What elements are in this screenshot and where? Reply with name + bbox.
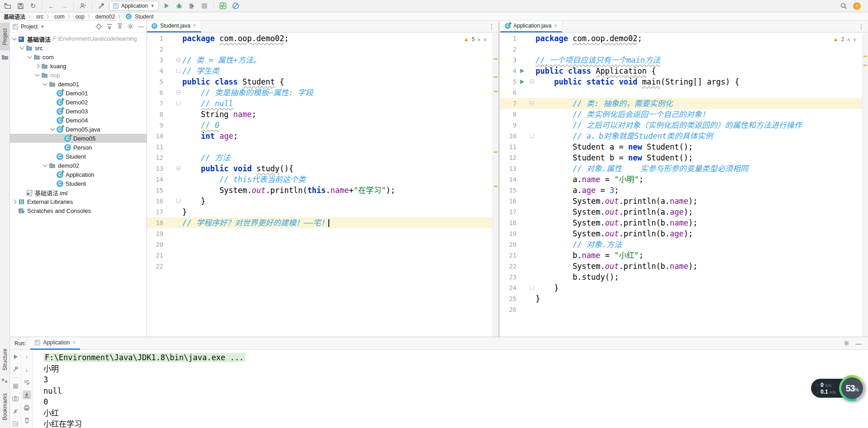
fold-marker[interactable] [176,69,180,73]
code-line-18[interactable]: 18 System.out.println(b.name); [500,217,868,228]
next-warning-icon[interactable]: ∨ [484,37,487,42]
down-stack-trace-icon[interactable]: ↓ [23,365,31,374]
breadcrumb-item[interactable]: com [54,14,65,20]
code-line-16[interactable]: 16 System.out.println(a.name); [500,196,868,207]
code-editor-student[interactable]: 1package com.oop.demo02;23// 类 = 属性+方法。4… [147,33,498,337]
run-button[interactable] [161,1,171,11]
tree-item-scratches-and-consoles[interactable]: Scratches and Consoles [10,206,147,215]
tree-chevron-open[interactable] [35,72,40,77]
fold-marker[interactable] [530,134,534,138]
tree-chevron-closed[interactable] [12,199,17,204]
fold-marker[interactable] [530,286,534,290]
code-line-16[interactable]: 16 } [147,196,498,207]
code-line-10[interactable]: 10 // a、b对象就是Student类的具体实例 [500,131,868,141]
editor-options-kebab-icon[interactable]: ⋮ [485,23,498,30]
code-line-15[interactable]: 15 System.out.println(this.name+"在学习"); [147,185,498,196]
screenshot-icon[interactable] [11,395,20,403]
locate-file-icon[interactable] [95,23,102,30]
breadcrumb-item[interactable]: src [36,14,43,20]
code-line-21[interactable]: 21 b.name = "小红"; [500,250,868,261]
code-line-20[interactable]: 20 [147,239,498,250]
next-warning-icon[interactable]: ∨ [853,37,856,42]
tree-item-demo02[interactable]: demo02 [10,161,147,170]
error-stripe[interactable] [493,33,498,337]
breadcrumb-item[interactable]: oop [76,14,85,20]
prohibit-icon[interactable] [231,1,241,11]
editor-options-kebab-icon[interactable]: ⋮ [854,23,868,30]
folder-icon[interactable] [2,54,8,60]
tree-item-application[interactable]: CApplication [10,170,147,179]
code-line-3[interactable]: 3// 类 = 属性+方法。 [147,55,498,66]
editor-tab-application-java[interactable]: C Application.java × [500,21,562,33]
run-tab-application[interactable]: Application × [30,337,80,350]
fold-marker[interactable] [176,199,180,203]
code-line-1[interactable]: 1package com.oop.demo02; [147,33,498,44]
fold-marker[interactable] [176,58,180,62]
code-line-10[interactable]: 10 int age; [147,131,498,141]
expand-all-icon[interactable] [106,24,113,30]
tree-item-person[interactable]: CPerson [10,143,147,152]
tree-item-external-libraries[interactable]: External Libraries [10,197,147,206]
code-line-25[interactable]: 25} [500,293,868,304]
tree-chevron-open[interactable] [20,45,24,50]
run-line-icon[interactable] [520,80,524,84]
code-line-21[interactable]: 21 [147,250,498,261]
code-line-6[interactable]: 6 [500,87,868,98]
code-line-11[interactable]: 11 [147,141,498,152]
stop-button[interactable] [199,1,209,11]
code-line-4[interactable]: 4// 学生类 [147,66,498,76]
save-all-icon[interactable] [15,1,25,11]
code-line-19[interactable]: 19 [147,228,498,239]
code-line-18[interactable]: 18// 学程序好？对世界更好的建模！——宅！ [147,217,498,228]
code-line-17[interactable]: 17 System.out.println(a.age); [500,207,868,217]
code-line-6[interactable]: 6 // 类是抽象的模板—属性: 字段 [147,87,498,98]
mute-breakpoints-icon[interactable] [11,407,20,416]
search-everywhere-icon[interactable] [839,1,849,11]
back-icon[interactable]: ← [47,1,57,11]
scroll-to-end-icon[interactable] [23,390,31,399]
tree-item-student[interactable]: CStudent [10,179,147,188]
tree-item--iml[interactable]: 基础语法.iml [10,188,147,197]
tree-chevron-open[interactable] [43,163,47,167]
code-line-13[interactable]: 13 public void study(){ [147,163,498,174]
rerun-button[interactable] [11,353,20,361]
editor-tab-student-java[interactable]: C Student.java × [147,21,201,33]
tree-item-student[interactable]: CStudent [10,152,147,161]
tree-chevron-closed[interactable] [35,64,40,68]
settings-gear-icon[interactable] [843,340,850,347]
hide-panel-icon[interactable]: — [855,340,862,347]
code-line-12[interactable]: 12 // 方法 [147,152,498,163]
edit-configuration-icon[interactable] [11,365,20,374]
tree-item-demo01[interactable]: CDemo01 [10,89,147,98]
fold-marker[interactable] [530,101,534,105]
code-line-8[interactable]: 8 String name; [147,109,498,120]
fold-marker[interactable] [176,166,180,170]
code-line-13[interactable]: 13 // 对象.属性 实参与形参的变量类型必须相同 [500,163,868,174]
soft-wrap-icon[interactable] [23,378,31,386]
system-monitor-overlay[interactable]: ↑ 0 K/s ↓ 0.1 K/s 53 % [811,375,866,403]
clear-all-icon[interactable] [23,416,31,424]
tool-window-tab-structure[interactable]: Structure [0,343,10,376]
user-account-icon[interactable] [78,1,88,11]
tool-window-tab-project[interactable]: Project [0,23,10,51]
forward-icon[interactable]: → [59,1,69,11]
chevron-down-icon[interactable]: ▼ [40,24,44,29]
run-with-coverage-button[interactable] [187,1,197,11]
close-icon[interactable]: × [554,23,557,29]
build-hammer-icon[interactable] [96,1,106,11]
breadcrumb-item[interactable]: demo02 [95,14,115,20]
code-line-2[interactable]: 2 [500,44,868,55]
code-line-9[interactable]: 9 // 0 [147,120,498,131]
tree-item-demo04[interactable]: CDemo04 [10,116,147,125]
print-icon[interactable] [23,403,31,412]
fold-marker[interactable] [176,90,180,94]
run-configuration-select[interactable]: Application ▼ [109,1,159,11]
code-line-4[interactable]: 4public class Application { [500,66,868,76]
run-line-icon[interactable] [520,69,524,73]
tree-item-src[interactable]: src [10,43,147,52]
tree-item-demo02[interactable]: CDemo02 [10,98,147,107]
close-icon[interactable]: × [72,339,76,346]
code-line-26[interactable]: 26 [500,304,868,315]
code-line-8[interactable]: 8 // 类实例化后会返回一个自己的对象！ [500,109,868,120]
tree-item-demo01[interactable]: demo01 [10,80,147,89]
